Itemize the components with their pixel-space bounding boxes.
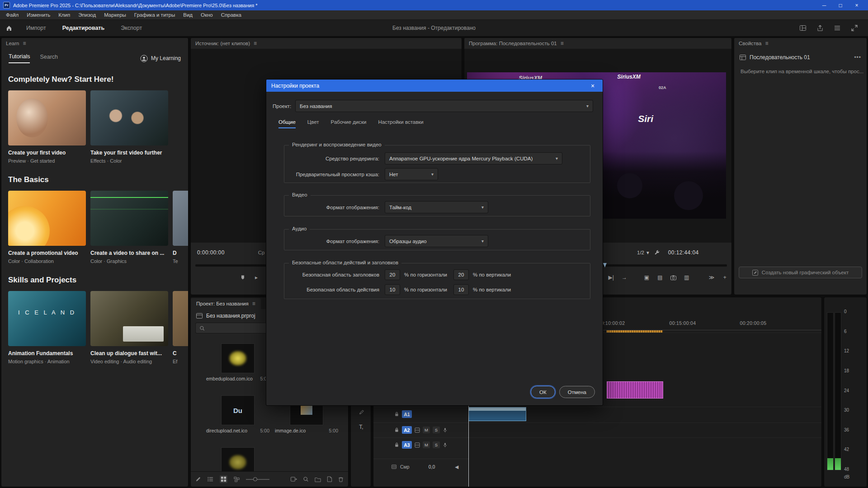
track-header-a1[interactable]: A1 (373, 407, 468, 421)
tab-import[interactable]: Импорт (18, 20, 54, 36)
track-badge[interactable]: A1 (402, 410, 412, 418)
lock-icon[interactable] (394, 427, 399, 432)
tutorial-card[interactable]: I C E L A N D Animation Fundamentals Mot… (8, 291, 86, 364)
solo-button[interactable]: S (433, 427, 440, 433)
dialog-titlebar[interactable]: Настройки проекта × (266, 80, 603, 92)
tutorial-card[interactable]: Create a promotional video Color · Colla… (8, 191, 86, 264)
home-icon[interactable] (0, 24, 18, 32)
automate-to-sequence-icon[interactable] (291, 476, 297, 482)
menu-markers[interactable]: Маркеры (100, 12, 130, 18)
tutorial-card-partial[interactable]: D Te (173, 191, 189, 264)
extract-icon[interactable]: ▤ (653, 274, 666, 281)
bin-item[interactable]: embedupload.com.ico 5:00 (206, 343, 269, 381)
audio-format-dropdown[interactable]: Образцы аудио▾ (385, 235, 488, 247)
project-tab[interactable]: Проект: Без названия ≡ (191, 298, 261, 309)
track-header-a2[interactable]: A2 M S (373, 422, 468, 437)
mute-button[interactable]: M (423, 427, 430, 433)
new-item-icon[interactable] (327, 476, 332, 482)
freeform-view-icon[interactable] (234, 476, 240, 482)
lock-icon[interactable] (394, 442, 399, 447)
keyframes-icon[interactable] (415, 427, 420, 433)
ok-button[interactable]: ОК (531, 386, 555, 398)
action-safe-horizontal-input[interactable] (385, 284, 400, 295)
panel-menu-icon[interactable]: ≡ (252, 300, 255, 307)
tutorial-card[interactable]: Take your first video further Effects · … (90, 90, 168, 164)
maximize-button[interactable]: □ (832, 0, 849, 10)
share-icon[interactable] (816, 24, 824, 32)
zoom-slider[interactable] (246, 479, 269, 480)
solo-button[interactable]: S (433, 441, 440, 448)
lock-icon[interactable] (394, 412, 399, 417)
export-frame-icon[interactable] (667, 275, 680, 280)
menu-graphics[interactable]: Графика и титры (130, 12, 179, 18)
track-header-a3[interactable]: A3 M S (373, 437, 468, 452)
playback-resolution-dropdown[interactable]: 1/2▾ (637, 249, 649, 256)
delete-icon[interactable] (338, 476, 344, 482)
dialog-tab-ingest[interactable]: Настройки вставки (378, 119, 423, 128)
tutorial-card[interactable]: Clean up dialogue fast wit... Video edit… (90, 291, 168, 364)
dialog-tab-color[interactable]: Цвет (307, 119, 319, 128)
audio-track-lane-a1[interactable] (468, 407, 821, 421)
menu-help[interactable]: Справка (217, 12, 245, 18)
pen-tool[interactable] (351, 406, 371, 418)
find-icon[interactable] (303, 476, 309, 482)
mark-in-icon[interactable]: ▸ (250, 274, 263, 281)
panel-menu-icon[interactable]: ≡ (561, 40, 564, 47)
tutorial-card-partial[interactable]: C Ef (173, 291, 189, 364)
bin-item[interactable]: Du directupload.net.ico 5:00 (206, 395, 269, 433)
list-view-icon[interactable] (208, 476, 213, 482)
my-learning-link[interactable]: My Learning (140, 55, 181, 62)
close-button[interactable]: × (849, 0, 865, 10)
voiceover-mic-icon[interactable] (443, 427, 448, 433)
settings-wrench-icon[interactable] (654, 249, 660, 256)
tutorial-card[interactable]: Create your first video Preview · Get st… (8, 90, 86, 164)
icon-view-icon[interactable] (220, 475, 227, 483)
source-fit-dropdown[interactable]: Ср (258, 250, 265, 255)
preview-cache-dropdown[interactable]: Нет▾ (385, 168, 438, 180)
track-badge[interactable]: A3 (402, 441, 412, 449)
master-track-row[interactable]: Смр 0,0 ◀ (373, 459, 468, 474)
audio-track-lane-a2[interactable] (468, 422, 821, 437)
dialog-tab-general[interactable]: Общие (278, 119, 296, 128)
menu-window[interactable]: Окно (197, 12, 217, 18)
cancel-button[interactable]: Отмена (559, 386, 595, 398)
dialog-close-icon[interactable]: × (588, 82, 598, 89)
tab-edit[interactable]: Редактировать (54, 20, 113, 36)
menu-file[interactable]: Файл (2, 12, 23, 18)
master-gain-value[interactable]: 0,0 (429, 464, 435, 469)
video-format-dropdown[interactable]: Тайм-код▾ (385, 201, 488, 213)
go-to-next-edit-icon[interactable]: → (618, 274, 631, 281)
tutorial-card[interactable]: Create a video to share on ... Color · G… (90, 191, 168, 264)
action-safe-vertical-input[interactable] (453, 284, 469, 295)
audio-track-lane-a3[interactable] (468, 437, 821, 452)
audio-waveform-clip[interactable] (607, 381, 663, 399)
menu-sequence[interactable]: Эпизод (74, 12, 100, 18)
create-graphic-button[interactable]: Создать новый графический объект (739, 267, 862, 278)
title-safe-vertical-input[interactable] (453, 269, 469, 280)
title-safe-horizontal-input[interactable] (385, 269, 400, 280)
dialog-tab-scratch-disks[interactable]: Рабочие диски (331, 119, 367, 128)
workspaces-icon[interactable] (799, 24, 807, 32)
menu-view[interactable]: Вид (179, 12, 197, 18)
menu-edit[interactable]: Изменить (23, 12, 54, 18)
new-bin-icon[interactable] (315, 477, 321, 482)
minimize-button[interactable]: ─ (816, 0, 832, 10)
type-tool[interactable]: T, (351, 421, 371, 433)
keyframes-icon[interactable] (415, 442, 420, 448)
fullscreen-icon[interactable] (851, 24, 858, 32)
panel-menu-icon[interactable]: ≡ (23, 40, 26, 47)
tab-search[interactable]: Search (40, 54, 58, 63)
quick-actions-icon[interactable] (834, 24, 841, 32)
panel-menu-icon[interactable]: ≡ (765, 40, 769, 47)
renderer-dropdown[interactable]: Аппаратное GPU-ускорение ядра Mercury Pl… (385, 152, 562, 164)
button-editor-icon[interactable]: ≫ (705, 274, 718, 281)
comparison-view-icon[interactable]: ▥ (680, 274, 693, 281)
audio-clip[interactable] (468, 407, 526, 421)
menu-clip[interactable]: Клип (54, 12, 74, 18)
panel-menu-icon[interactable]: ≡ (254, 40, 257, 47)
track-badge[interactable]: A2 (402, 426, 412, 434)
voiceover-mic-icon[interactable] (443, 442, 448, 448)
add-button-icon[interactable]: + (718, 274, 731, 281)
step-forward-icon[interactable]: ▶| (604, 274, 618, 281)
lift-icon[interactable]: ▣ (640, 274, 653, 281)
